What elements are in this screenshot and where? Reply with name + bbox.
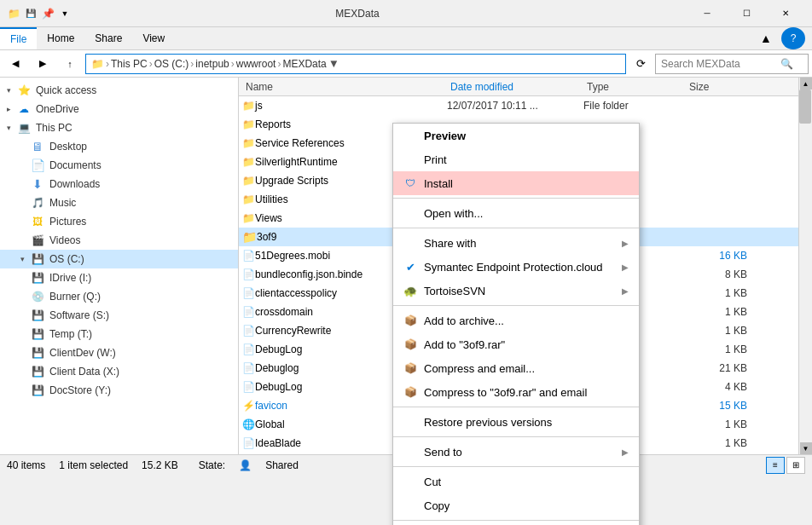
submenu-arrow-icon: ▶ [622, 286, 629, 296]
restore-icon [403, 415, 417, 429]
menu-separator [393, 407, 639, 407]
context-menu-item-compress-rar-email[interactable]: 📦 Compress to "3of9.rar" and email [393, 380, 639, 404]
ctx-label: Share with [424, 237, 615, 250]
menu-separator [393, 466, 639, 467]
context-menu-item-cut[interactable]: Cut [393, 470, 639, 493]
menu-separator [393, 228, 639, 228]
menu-separator [393, 436, 639, 437]
ctx-label: Restore previous versions [424, 416, 629, 429]
submenu-arrow-icon: ▶ [622, 239, 629, 248]
context-menu: Preview Print 🛡 Install Open with... Sha… [392, 123, 640, 525]
context-menu-item-copy[interactable]: Copy [393, 493, 639, 517]
ctx-label: Compress and email... [424, 362, 629, 375]
ctx-label: Install [424, 177, 629, 190]
print-icon [403, 153, 417, 166]
context-menu-item-add-archive[interactable]: 📦 Add to archive... [393, 309, 639, 332]
rar-icon: 📦 [403, 314, 417, 327]
shield-icon: 🛡 [403, 176, 417, 190]
ctx-label: Open with... [424, 207, 629, 220]
menu-separator [393, 520, 639, 521]
submenu-arrow-icon: ▶ [622, 262, 629, 272]
context-menu-item-send-to[interactable]: Send to ▶ [393, 440, 639, 464]
cut-icon [403, 475, 417, 488]
ctx-label: Compress to "3of9.rar" and email [424, 386, 629, 399]
check-icon: ✔ [403, 260, 417, 274]
context-menu-item-print[interactable]: Print [393, 147, 639, 171]
context-menu-overlay: Preview Print 🛡 Install Open with... Sha… [0, 0, 812, 525]
rar-icon: 📦 [403, 338, 417, 351]
ctx-label: Symantec Endpoint Protection.cloud [424, 261, 615, 274]
context-menu-item-preview[interactable]: Preview [393, 124, 639, 147]
context-menu-item-restore-versions[interactable]: Restore previous versions [393, 410, 639, 434]
context-menu-item-symantec[interactable]: ✔ Symantec Endpoint Protection.cloud ▶ [393, 255, 639, 279]
context-menu-item-tortoisesvn[interactable]: 🐢 TortoiseSVN ▶ [393, 279, 639, 303]
ctx-label: TortoiseSVN [424, 285, 615, 297]
copy-icon [403, 499, 417, 512]
ctx-label: Add to "3of9.rar" [424, 338, 629, 351]
context-menu-item-open-with[interactable]: Open with... [393, 201, 639, 225]
ctx-label: Preview [424, 130, 629, 142]
ctx-label: Cut [424, 476, 629, 488]
ctx-label: Copy [424, 499, 629, 512]
send-to-icon [403, 445, 417, 459]
menu-separator [393, 198, 639, 199]
context-menu-item-add-rar[interactable]: 📦 Add to "3of9.rar" [393, 332, 639, 356]
ctx-label: Print [424, 153, 629, 166]
share-icon [403, 236, 417, 250]
context-menu-item-share-with[interactable]: Share with ▶ [393, 231, 639, 255]
menu-separator [393, 305, 639, 306]
context-menu-item-install[interactable]: 🛡 Install [393, 171, 639, 195]
preview-icon [403, 129, 417, 142]
ctx-label: Send to [424, 446, 615, 459]
open-with-icon [403, 206, 417, 220]
svn-icon: 🐢 [403, 284, 417, 297]
context-menu-item-compress-email[interactable]: 📦 Compress and email... [393, 356, 639, 380]
ctx-label: Add to archive... [424, 314, 629, 327]
rar-icon: 📦 [403, 385, 417, 399]
submenu-arrow-icon: ▶ [622, 447, 629, 457]
rar-icon: 📦 [403, 361, 417, 375]
